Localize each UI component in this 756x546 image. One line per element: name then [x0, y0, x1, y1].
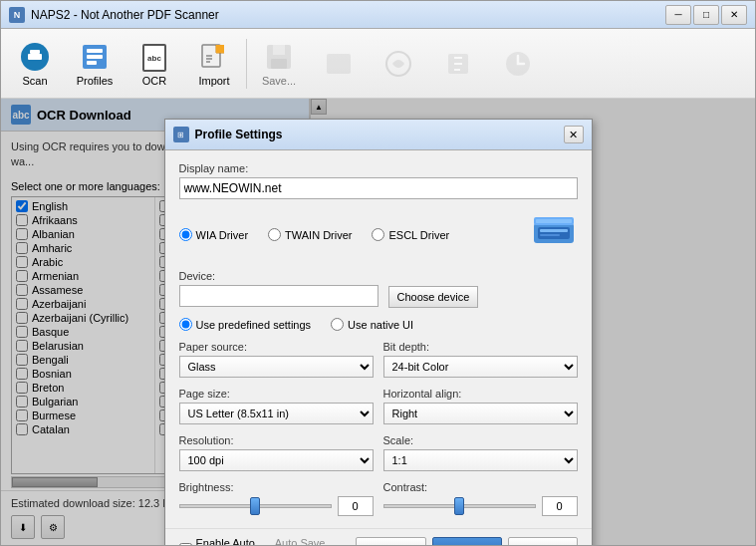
- brightness-slider[interactable]: [179, 496, 332, 516]
- advanced-button[interactable]: Advanced: [356, 537, 426, 545]
- display-name-input[interactable]: [179, 177, 578, 199]
- page-size-label: Page size:: [179, 388, 374, 400]
- scale-label: Scale:: [383, 434, 578, 446]
- window-controls: ─ □ ✕: [665, 5, 747, 25]
- profiles-label: Profiles: [77, 75, 114, 87]
- svg-rect-11: [216, 45, 224, 53]
- svg-rect-5: [87, 55, 103, 59]
- dialog-body: Display name: WIA Driver TWAIN Driver: [165, 150, 592, 528]
- device-label: Device:: [179, 270, 378, 282]
- contrast-slider-row: [383, 496, 578, 516]
- footer-left: Enable Auto Save Auto Save Settings: [179, 537, 356, 545]
- brightness-track: [179, 504, 332, 508]
- contrast-col: Contrast:: [383, 481, 578, 516]
- svg-rect-16: [273, 45, 285, 55]
- scan-icon: [19, 41, 51, 73]
- toolbar-extra3-icon: [442, 48, 474, 80]
- close-button[interactable]: ✕: [721, 5, 747, 25]
- page-size-select[interactable]: US Letter (8.5x11 in) A4 A5 Legal: [179, 403, 374, 424]
- dialog-close-button[interactable]: ✕: [564, 126, 584, 143]
- svg-rect-17: [271, 59, 287, 69]
- scanner-icon: [530, 209, 578, 257]
- ok-button[interactable]: OK: [432, 537, 502, 545]
- minimize-button[interactable]: ─: [665, 5, 691, 25]
- main-window: N NAPS2 - Not Another PDF Scanner ─ □ ✕ …: [0, 0, 756, 546]
- res-scale-row: Resolution: 100 dpi 200 dpi 300 dpi 600 …: [179, 434, 578, 471]
- bit-depth-col: Bit depth: 24-bit Color 8-bit Grayscale …: [383, 341, 578, 378]
- dialog-title: Profile Settings: [195, 128, 558, 141]
- toolbar-extra4[interactable]: [488, 34, 548, 94]
- predefined-settings-radio[interactable]: Use predefined settings: [179, 318, 312, 331]
- settings-radio-group: Use predefined settings Use native UI: [179, 318, 578, 331]
- contrast-value[interactable]: [542, 496, 578, 516]
- escl-driver-radio[interactable]: ESCL Driver: [372, 228, 449, 241]
- choose-device-col: Choose device: [388, 270, 578, 308]
- window-title: NAPS2 - Not Another PDF Scanner: [31, 8, 665, 22]
- bit-depth-label: Bit depth:: [383, 341, 578, 353]
- svg-rect-28: [540, 234, 560, 236]
- contrast-track: [383, 504, 536, 508]
- horizontal-align-select[interactable]: Left Center Right: [383, 403, 578, 424]
- scan-button[interactable]: Scan: [5, 34, 65, 94]
- import-label: Import: [198, 75, 229, 87]
- wia-driver-radio[interactable]: WIA Driver: [179, 228, 249, 241]
- save-button[interactable]: Save...: [249, 34, 309, 94]
- ocr-button[interactable]: abc OCR: [125, 34, 184, 94]
- toolbar-extra1-icon: [323, 48, 355, 80]
- horizontal-align-label: Horizontal align:: [383, 388, 578, 400]
- display-name-row: Display name:: [179, 162, 578, 199]
- toolbar-extra2-icon: [382, 48, 414, 80]
- toolbar: Scan Profiles abc OCR: [1, 29, 755, 99]
- save-label: Save...: [262, 75, 296, 87]
- svg-rect-4: [87, 49, 103, 53]
- svg-rect-18: [327, 54, 351, 74]
- toolbar-extra3[interactable]: [428, 34, 488, 94]
- svg-rect-26: [538, 227, 570, 239]
- import-button[interactable]: Import: [184, 34, 244, 94]
- scan-label: Scan: [22, 75, 47, 87]
- toolbar-extra4-icon: [502, 48, 534, 80]
- footer-right: Advanced OK Cancel: [356, 537, 578, 545]
- page-align-row: Page size: US Letter (8.5x11 in) A4 A5 L…: [179, 388, 578, 424]
- autosave-checkbox[interactable]: [179, 543, 192, 546]
- bit-depth-select[interactable]: 24-bit Color 8-bit Grayscale 1-bit Black…: [383, 356, 578, 378]
- cancel-button[interactable]: Cancel: [508, 537, 578, 545]
- svg-rect-6: [87, 61, 97, 65]
- paper-source-label: Paper source:: [179, 341, 374, 353]
- choose-device-button[interactable]: Choose device: [388, 286, 479, 308]
- ocr-label: OCR: [142, 75, 166, 87]
- save-icon: [263, 41, 295, 73]
- svg-rect-27: [540, 229, 568, 232]
- native-ui-radio[interactable]: Use native UI: [331, 318, 413, 331]
- autosave-settings-link[interactable]: Auto Save Settings: [275, 537, 356, 545]
- paper-source-select[interactable]: Glass Feeder Duplex: [179, 356, 374, 378]
- scale-select[interactable]: 1:1 1:2 2:1: [383, 449, 578, 471]
- horizontal-align-col: Horizontal align: Left Center Right: [383, 388, 578, 424]
- dialog-icon: ⊞: [173, 127, 189, 142]
- bright-contrast-row: Brightness: Contrast: [179, 481, 578, 516]
- profiles-button[interactable]: Profiles: [65, 34, 125, 94]
- toolbar-extra2[interactable]: [369, 34, 428, 94]
- resolution-label: Resolution:: [179, 434, 374, 446]
- contrast-slider[interactable]: [383, 496, 536, 516]
- brightness-value[interactable]: [338, 496, 374, 516]
- toolbar-divider: [246, 39, 247, 89]
- title-bar: N NAPS2 - Not Another PDF Scanner ─ □ ✕: [1, 1, 755, 29]
- import-icon: [198, 41, 230, 73]
- contrast-label: Contrast:: [383, 481, 578, 493]
- brightness-col: Brightness:: [179, 481, 374, 516]
- twain-driver-radio[interactable]: TWAIN Driver: [268, 228, 352, 241]
- enable-autosave-check[interactable]: Enable Auto Save: [179, 537, 269, 545]
- app-icon: N: [9, 7, 25, 23]
- display-name-label: Display name:: [179, 162, 578, 174]
- maximize-button[interactable]: □: [693, 5, 719, 25]
- toolbar-extra1[interactable]: [309, 34, 369, 94]
- svg-rect-1: [28, 54, 42, 60]
- dialog-titlebar: ⊞ Profile Settings ✕: [165, 120, 592, 150]
- device-input[interactable]: [179, 285, 378, 307]
- brightness-thumb[interactable]: [250, 497, 260, 515]
- profiles-icon: [79, 41, 111, 73]
- resolution-select[interactable]: 100 dpi 200 dpi 300 dpi 600 dpi: [179, 449, 374, 471]
- contrast-thumb[interactable]: [454, 497, 464, 515]
- svg-text:abc: abc: [147, 54, 161, 63]
